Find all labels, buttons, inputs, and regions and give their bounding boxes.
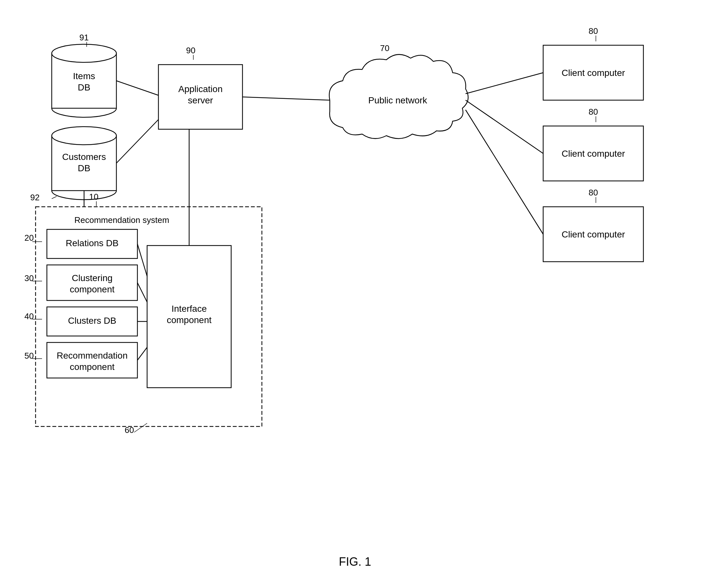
figure-label: FIG. 1 bbox=[339, 555, 371, 569]
svg-text:80: 80 bbox=[589, 188, 598, 197]
client-computer-2-shape: Client computer 80 bbox=[543, 107, 643, 181]
svg-text:component: component bbox=[70, 362, 115, 372]
svg-text:DB: DB bbox=[78, 163, 91, 173]
svg-text:Client computer: Client computer bbox=[562, 229, 625, 239]
client-computer-3-shape: Client computer 80 bbox=[543, 188, 643, 262]
client-computer-1-shape: Client computer 80 bbox=[543, 26, 643, 100]
svg-line-58 bbox=[116, 81, 159, 95]
svg-text:component: component bbox=[70, 284, 115, 294]
svg-text:91: 91 bbox=[79, 33, 89, 42]
svg-text:Relations DB: Relations DB bbox=[66, 238, 118, 248]
app-server-shape: Application server 90 bbox=[159, 46, 242, 129]
svg-text:Public network: Public network bbox=[368, 95, 427, 105]
diagram-container: Items DB 91 Customers DB 92 Application … bbox=[0, 0, 710, 588]
svg-text:90: 90 bbox=[186, 46, 196, 55]
svg-text:Customers: Customers bbox=[62, 152, 106, 162]
svg-text:92: 92 bbox=[30, 193, 40, 202]
svg-point-1 bbox=[52, 44, 116, 63]
svg-text:Items: Items bbox=[73, 71, 95, 81]
svg-text:Client computer: Client computer bbox=[562, 149, 625, 158]
svg-point-7 bbox=[52, 127, 116, 145]
svg-text:50: 50 bbox=[25, 351, 34, 361]
svg-text:Interface: Interface bbox=[172, 304, 207, 314]
svg-line-63 bbox=[466, 100, 543, 153]
svg-line-11 bbox=[52, 196, 56, 199]
svg-text:80: 80 bbox=[589, 26, 598, 36]
svg-text:Clusters DB: Clusters DB bbox=[68, 316, 116, 326]
svg-text:70: 70 bbox=[380, 43, 389, 53]
svg-line-62 bbox=[466, 73, 543, 94]
svg-text:DB: DB bbox=[78, 82, 91, 92]
svg-text:Recommendation: Recommendation bbox=[56, 350, 127, 361]
customers-db-shape: Customers DB 92 bbox=[30, 127, 116, 202]
svg-text:30: 30 bbox=[25, 273, 34, 283]
svg-text:Clustering: Clustering bbox=[72, 273, 113, 283]
svg-text:40: 40 bbox=[25, 312, 34, 321]
svg-line-61 bbox=[242, 97, 330, 100]
svg-text:Application: Application bbox=[179, 84, 223, 94]
svg-text:10: 10 bbox=[89, 192, 99, 202]
svg-text:20: 20 bbox=[25, 233, 34, 243]
svg-text:60: 60 bbox=[125, 425, 134, 435]
svg-line-64 bbox=[466, 110, 543, 234]
svg-text:80: 80 bbox=[589, 107, 598, 117]
svg-line-59 bbox=[116, 120, 159, 163]
public-network-shape: Public network 70 bbox=[329, 43, 468, 139]
items-db-shape: Items DB 91 bbox=[52, 33, 116, 117]
svg-text:Client computer: Client computer bbox=[562, 68, 625, 78]
svg-text:component: component bbox=[167, 315, 212, 325]
svg-text:server: server bbox=[188, 95, 213, 105]
svg-text:Recommendation system: Recommendation system bbox=[74, 215, 169, 225]
